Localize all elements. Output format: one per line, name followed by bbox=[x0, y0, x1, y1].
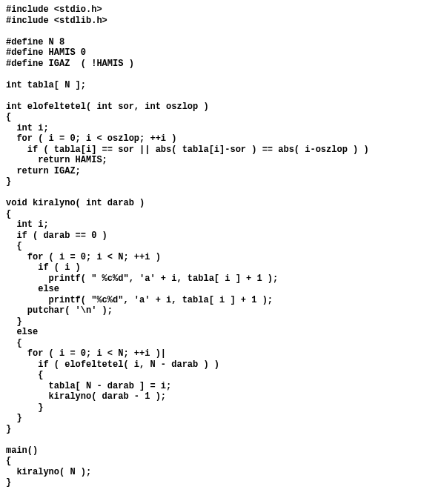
source-code-block: #include <stdio.h> #include <stdlib.h> #… bbox=[0, 0, 421, 493]
